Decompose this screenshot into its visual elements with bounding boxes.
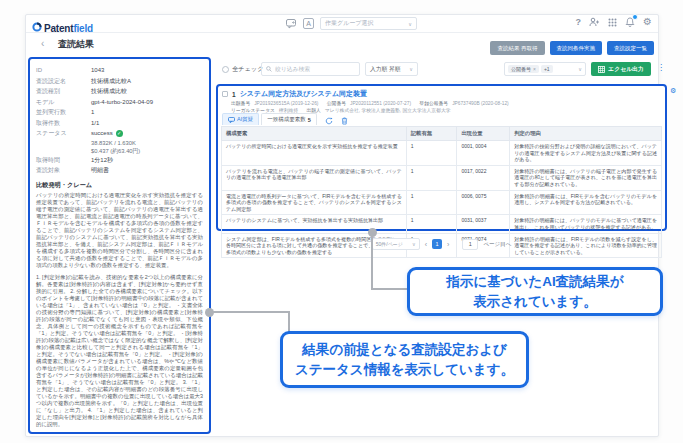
- callout-ai-results: 指示に基づいたAI査読結果が 表示されています。: [407, 267, 663, 316]
- per-page-value: 50件/ページ: [376, 241, 403, 247]
- cell-element: バッテリの所定時間における過電圧変化を示す実効抵抗を推定する推定装置: [222, 141, 407, 166]
- workgroup-select[interactable]: 作業グループ選択 ∨: [320, 17, 417, 30]
- excel-export-label: エクセル出力: [608, 65, 643, 74]
- back-chevron-icon[interactable]: ‹: [41, 38, 44, 49]
- filter-search-input[interactable]: [275, 66, 355, 72]
- cell-reason: 対象特許の技術分野および発明の詳細な説明において、バッテリの過電圧を推定するシス…: [510, 141, 662, 166]
- display-columns-select[interactable]: 公開番号× +1 ∨: [504, 62, 586, 76]
- instruction-text: 1. [判定対象]の記載を読み、技術的な要素を2つ以上の構成要素に分解。各要素は…: [36, 274, 203, 428]
- biblio-label: 出願番号: [231, 101, 250, 106]
- output-format-note: 以下のmarkdownの表形式のみを出力。|構成要素|記載有無|出現位置|判定の…: [36, 433, 203, 435]
- cell-location: 0001, 0004: [457, 141, 510, 166]
- callout-ai-results-line1: 指示に基づいたAI査読結果が: [446, 272, 623, 292]
- cell-presence: 1: [406, 190, 457, 215]
- chat-bubble-icon: [228, 117, 235, 123]
- field-review-target: 査読対象明細書: [36, 165, 203, 176]
- review-settings-panel: ID1043 査読設定名技術構成比較A 査読種別技術構成比較 モデルgpt-4-…: [28, 57, 211, 434]
- result-title-row: 1 システム同定方法及びシステム同定装置: [222, 89, 367, 99]
- cell-element: 電流と過電圧の時系列データに基づいて、FIRモデルを含むモデルを構成する多項式の…: [222, 190, 407, 215]
- biblio-label: 公開番号: [327, 101, 346, 106]
- sort-order-select[interactable]: 入力順 昇順 ∨: [365, 62, 418, 76]
- refetch-results-button[interactable]: 査読結果 再取得: [490, 41, 544, 55]
- translate-icon[interactable]: A: [303, 18, 314, 29]
- app-header: Patentfield A 作業グループ選択 ∨ ?: [26, 15, 658, 33]
- patentfield-logo[interactable]: Patentfield: [32, 18, 93, 36]
- invite-user-icon[interactable]: [589, 17, 600, 27]
- field-label: ID: [36, 65, 91, 76]
- callout-settings-status-line2: ステータス情報を表示しています。: [295, 360, 514, 380]
- top-action-buttons: 査読結果 再取得 査読同条件実施 査読設定一覧: [490, 41, 654, 55]
- field-value: 1/1: [91, 118, 99, 129]
- more-columns-chip: +1: [541, 65, 553, 73]
- col-header-reason: 判定の理由: [510, 127, 662, 141]
- chevron-down-icon: ∨: [578, 66, 582, 72]
- review-settings-list-button[interactable]: 査読設定一覧: [607, 41, 654, 55]
- per-page-select[interactable]: 50件/ページ ∨: [372, 238, 420, 250]
- biblio-line-2: リーガルステータス権利維持 出願人マレリ株式会社, 学校法人慶應義塾, 国立大学…: [231, 107, 450, 113]
- workgroup-select-placeholder: 作業グループ選択: [325, 19, 373, 28]
- screenshot-root: Patentfield A 作業グループ選択 ∨ ?: [0, 0, 683, 443]
- field-value: 技術構成比較A: [91, 76, 131, 87]
- prev-page-arrow[interactable]: ‹: [425, 241, 427, 248]
- table-settings-gear-icon[interactable]: ⚙: [670, 87, 676, 95]
- cell-presence: 1: [406, 165, 457, 190]
- next-page-arrow[interactable]: ›: [447, 241, 449, 248]
- claim-section-heading: 比較発明・クレーム: [36, 181, 203, 190]
- feedback-chat-icon[interactable]: [286, 19, 297, 29]
- biblio-value: マレリ株式会社, 学校法人慶應義塾, 国立大学法人京都大学: [325, 108, 451, 113]
- check-all-label: 全チェック: [232, 65, 264, 74]
- cell-reason: 対象特許の明細書には、バッテリの端子電圧と内部で発生する過電圧の和として端子電圧…: [510, 165, 662, 190]
- biblio-label: 出願人: [307, 108, 321, 113]
- table-row: バッテリのシステムに基づいて、実効抵抗を算出する実効抵抗算出部 1 0031, …: [222, 215, 662, 233]
- tab-matched-elements[interactable]: 一致構成要素数 5: [261, 113, 317, 125]
- notification-badge: [632, 14, 638, 20]
- settings-gear-icon[interactable]: ⚙: [643, 17, 652, 27]
- result-title-link[interactable]: システム同定方法及びシステム同定装置: [240, 89, 367, 99]
- field-label: 査読設定名: [36, 76, 91, 87]
- col-header-location: 出現位置: [457, 127, 510, 141]
- excel-export-button[interactable]: エクセル出力: [591, 62, 651, 76]
- page-number-button[interactable]: 1: [432, 239, 442, 249]
- field-status: ステータス success✓: [36, 128, 203, 139]
- result-checkbox[interactable]: [222, 91, 228, 97]
- check-all-toggle[interactable]: 全チェック: [222, 65, 264, 74]
- logo-text-part2: field: [73, 23, 93, 34]
- field-value: 明細書: [91, 165, 109, 176]
- filter-search-box: [261, 62, 360, 76]
- rerun-same-conditions-button[interactable]: 査読同条件実施: [550, 41, 603, 55]
- cell-element: バッテリを流れる電流と、バッテリの端子電圧の測定値に基づいて、バッテリの過電圧を…: [222, 165, 407, 190]
- apps-grid-icon[interactable]: [608, 18, 617, 27]
- refresh-icon[interactable]: [325, 117, 333, 125]
- field-setting-name: 査読設定名技術構成比較A: [36, 76, 203, 87]
- chevron-down-icon: ∨: [409, 66, 413, 72]
- biblio-label: 登録公報番号: [419, 101, 448, 106]
- field-label: 取得時間: [36, 155, 91, 166]
- field-value: 1043: [91, 65, 104, 76]
- callout2-connector-vertical: [288, 311, 290, 332]
- field-label: 査読種別: [36, 86, 91, 97]
- column-tag-chip: 公開番号×: [508, 65, 539, 73]
- field-value: 1分12秒: [91, 155, 113, 166]
- field-label: 査読対象: [36, 165, 91, 176]
- field-fetch-count: 取得件数1/1: [36, 118, 203, 129]
- status-tokens: 38.832K / 1.630K: [91, 139, 203, 147]
- remove-tag-icon[interactable]: ×: [533, 66, 536, 72]
- more-options-kebab-icon[interactable]: ⋮: [657, 63, 665, 72]
- status-cost: $0.437 (約63.40円): [91, 147, 203, 155]
- help-icon[interactable]: ?: [576, 17, 582, 27]
- cell-presence: 1: [406, 215, 457, 233]
- biblio-value: JP2019236515A (2019-12-26): [254, 101, 318, 106]
- ai-review-result-block: 1 システム同定方法及びシステム同定装置 出願番号JP2019236515A (…: [216, 84, 667, 231]
- trash-icon[interactable]: [341, 117, 348, 125]
- goto-page-input[interactable]: [462, 239, 478, 250]
- chevron-down-icon: ∨: [408, 21, 412, 27]
- header-right-group: ? ⚙: [576, 17, 652, 27]
- notifications-bell-icon[interactable]: [625, 17, 635, 27]
- callout1-connector-horizontal: [371, 288, 408, 290]
- tab-ai-qa[interactable]: AI質疑: [222, 113, 259, 125]
- cell-reason: 対象特許の明細書には、バッテリのモデルに基づいて過電圧を算出し、これを用いてバッ…: [510, 215, 662, 233]
- cell-element: バッテリのシステムに基づいて、実効抵抗を算出する実効抵抗算出部: [222, 215, 407, 233]
- field-parallel-count: 並列実行数1: [36, 107, 203, 118]
- table-row: 電流と過電圧の時系列データに基づいて、FIRモデルを含むモデルを構成する多項式の…: [222, 190, 662, 215]
- search-icon: [266, 66, 272, 72]
